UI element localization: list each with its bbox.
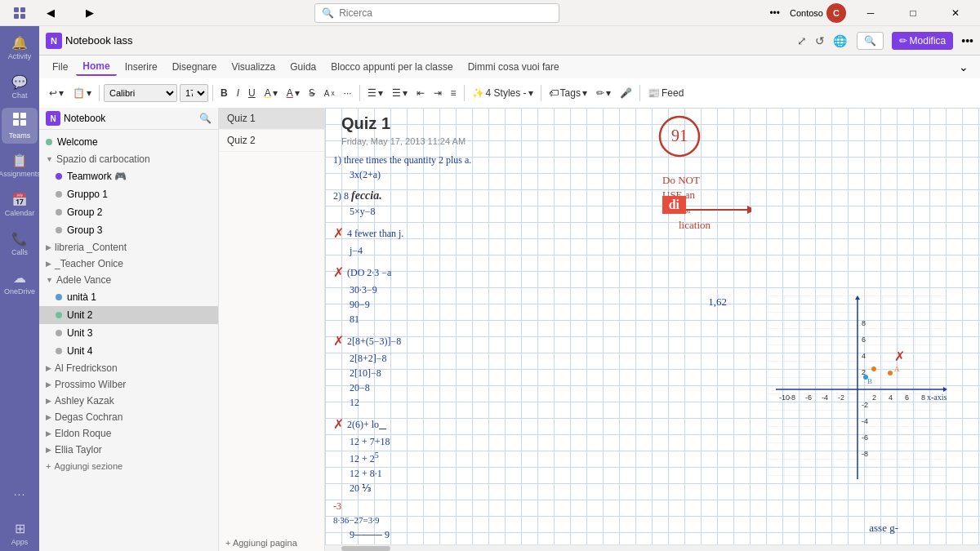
add-page-button[interactable]: + Aggiungi pagina xyxy=(219,535,324,551)
tab-help[interactable]: Guida xyxy=(283,59,323,75)
back-button[interactable]: ◀ xyxy=(33,0,69,26)
add-page-label: Aggiungi pagina xyxy=(233,538,297,548)
search-button[interactable]: 🔍 xyxy=(857,32,884,50)
bullets-button[interactable]: ☰▾ xyxy=(364,82,386,104)
highlight-button[interactable]: A ▾ xyxy=(261,82,281,104)
section-group-ashley[interactable]: ▶ Ashley Kazak xyxy=(39,393,218,409)
tab-home[interactable]: Home xyxy=(76,58,116,76)
nav-item-onedrive[interactable]: ☁ OneDrive xyxy=(2,264,38,300)
nav-item-teams[interactable]: Teams xyxy=(2,108,38,144)
svg-rect-6 xyxy=(13,120,19,126)
nav-item-more[interactable]: ··· xyxy=(2,476,38,512)
maximize-button[interactable]: □ xyxy=(895,0,931,26)
section-group-ellia[interactable]: ▶ Ellia Taylor xyxy=(39,442,218,458)
section-welcome[interactable]: Welcome xyxy=(39,133,218,151)
nav-item-activity[interactable]: 🔔 Activity xyxy=(2,29,38,65)
section-group-alfredrickson[interactable]: ▶ Al Fredrickson xyxy=(39,360,218,376)
nav-item-apps[interactable]: ⊞ Apps xyxy=(2,515,38,551)
nav-item-assignments[interactable]: 📋 Assignments xyxy=(2,147,38,183)
tab-view[interactable]: Visualizza xyxy=(225,59,282,75)
tab-tellme[interactable]: Dimmi cosa vuoi fare xyxy=(461,59,566,75)
numbering-button[interactable]: ☰▾ xyxy=(389,82,411,104)
feed-button[interactable]: 📰 Feed xyxy=(644,82,687,104)
superscript-button[interactable]: Ax xyxy=(321,82,338,104)
sep1 xyxy=(99,85,100,101)
strikethrough-button[interactable]: S̶ xyxy=(305,82,318,104)
tab-draw[interactable]: Disegnare xyxy=(166,59,224,75)
svg-text:6: 6 xyxy=(862,335,866,344)
search-box: 🔍 xyxy=(314,3,559,23)
sidebar-search-button[interactable]: 🔍 xyxy=(199,113,212,124)
minimize-button[interactable]: ─ xyxy=(853,0,889,26)
score-circle: 91 xyxy=(657,114,702,162)
more-text-button[interactable]: ··· xyxy=(341,82,355,104)
section-gruppo1[interactable]: Gruppo 1 xyxy=(39,185,218,203)
sidebar-header: N Notebook 🔍 xyxy=(39,108,218,130)
tab-classnotebook[interactable]: Blocco appunti per la classe xyxy=(324,59,459,75)
clipboard-button[interactable]: 📋 ▾ xyxy=(69,82,95,104)
indent-decrease-button[interactable]: ⇤ xyxy=(413,82,428,104)
svg-rect-2 xyxy=(14,14,19,19)
add-section-button[interactable]: + Aggiungi sezione xyxy=(39,458,218,474)
expand-ribbon-icon[interactable]: ⌄ xyxy=(954,59,973,75)
svg-text:-10: -10 xyxy=(779,393,790,402)
bold-button[interactable]: B xyxy=(217,82,231,104)
font-size-select[interactable]: 17 xyxy=(180,84,208,102)
tab-file[interactable]: File xyxy=(46,59,74,75)
horizontal-scrollbar[interactable] xyxy=(325,544,980,551)
section-unit4[interactable]: Unit 4 xyxy=(39,342,218,360)
draw-mode-button[interactable]: ✏ ▾ xyxy=(593,82,614,104)
align-button[interactable]: ≡ xyxy=(448,82,460,104)
globe-icon[interactable]: 🌐 xyxy=(833,34,847,47)
italic-button[interactable]: I xyxy=(234,82,243,104)
font-color-button[interactable]: A ▾ xyxy=(283,82,303,104)
refresh-icon[interactable]: ↺ xyxy=(815,34,825,47)
numbering-dropdown-icon: ▾ xyxy=(403,87,408,99)
font-family-select[interactable]: Calibri xyxy=(104,84,177,102)
underline-button[interactable]: U xyxy=(245,82,259,104)
page-item-quiz1[interactable]: Quiz 1 xyxy=(219,108,324,130)
restore-icon[interactable]: ⤢ xyxy=(797,34,807,47)
indent-increase-button[interactable]: ⇥ xyxy=(430,82,445,104)
styles-button[interactable]: ✨ 4 Styles - ▾ xyxy=(469,82,537,104)
section-group-adele[interactable]: ▼ Adele Vance xyxy=(39,272,218,288)
more-options-icon[interactable]: ••• xyxy=(766,4,783,22)
undo-button[interactable]: ↩ ▾ xyxy=(46,82,67,104)
section-group-eldon[interactable]: ▶ Eldon Roque xyxy=(39,425,218,442)
section-group-teacher[interactable]: ▶ _Teacher Onice xyxy=(39,256,218,272)
chevron-prossimo: ▶ xyxy=(46,380,51,389)
section-group-libreria[interactable]: ▶ libreria _Content xyxy=(39,239,218,256)
nav-item-chat[interactable]: 💬 Chat xyxy=(2,69,38,104)
mic-button[interactable]: 🎤 xyxy=(617,82,635,104)
section-group2[interactable]: Group 2 xyxy=(39,203,218,221)
section-group-degas[interactable]: ▶ Degas Cochran xyxy=(39,409,218,425)
section-group-prossimo[interactable]: ▶ Prossimo Wilber xyxy=(39,376,218,393)
section-teamwork[interactable]: Teamwork 🎮 xyxy=(39,167,218,185)
section-unit2[interactable]: Unit 2 xyxy=(39,306,218,324)
clipboard-icon: 📋 xyxy=(73,87,85,99)
page-panel: Quiz 1 Quiz 2 + Aggiungi pagina xyxy=(219,108,325,551)
section-group3[interactable]: Group 3 xyxy=(39,221,218,239)
user-profile[interactable]: Contoso C xyxy=(790,3,846,23)
section-label-unit2: Unit 2 xyxy=(67,309,92,321)
section-group-label-ellia: Ellia Taylor xyxy=(55,444,102,455)
nav-item-calendar[interactable]: 📅 Calendar xyxy=(2,186,38,222)
tags-button[interactable]: 🏷 Tags ▾ xyxy=(546,82,590,104)
section-dot-welcome xyxy=(46,139,52,145)
nav-item-calls[interactable]: 📞 Calls xyxy=(2,225,38,261)
section-unita1[interactable]: unità 1 xyxy=(39,288,218,306)
sep4 xyxy=(464,85,465,101)
search-input[interactable] xyxy=(339,7,535,19)
close-button[interactable]: ✕ xyxy=(938,0,973,26)
more-options-button[interactable]: ••• xyxy=(961,34,973,47)
edit-button[interactable]: ✏ Modifica xyxy=(892,32,954,50)
tab-insert[interactable]: Inserire xyxy=(118,59,164,75)
canvas-wrapper[interactable]: Quiz 1 Friday, May 17, 2013 11:24 AM 91 … xyxy=(325,108,980,551)
section-group-spazio[interactable]: ▼ Spazio di carbocation xyxy=(39,151,218,167)
section-unit3[interactable]: Unit 3 xyxy=(39,324,218,342)
teams-icon xyxy=(12,112,27,130)
page-item-quiz2[interactable]: Quiz 2 xyxy=(219,130,324,152)
section-label-group3: Group 3 xyxy=(67,224,102,236)
svg-text:B: B xyxy=(867,377,872,385)
forward-button[interactable]: ▶ xyxy=(72,0,108,26)
